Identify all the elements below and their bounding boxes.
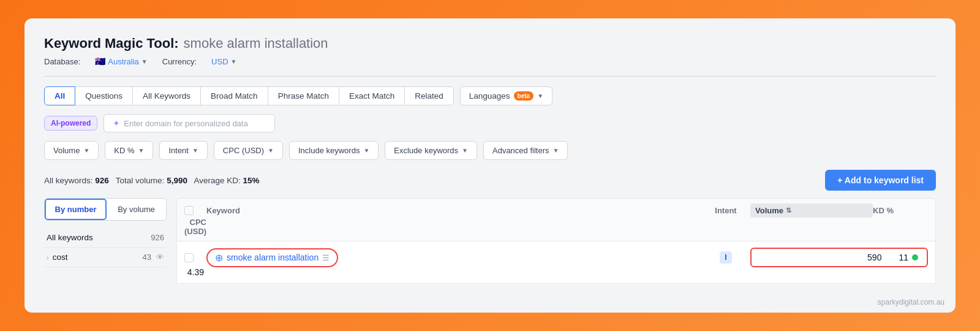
filter-include-label: Include keywords	[298, 146, 360, 155]
col-keyword-header: Keyword	[206, 206, 701, 215]
header-checkbox-cell	[184, 206, 206, 215]
languages-tab[interactable]: Languages beta ▼	[460, 86, 552, 105]
chevron-down-icon: ▼	[141, 58, 148, 65]
meta-row: Database: 🇦🇺 Australia ▼ Currency: USD ▼	[44, 56, 936, 66]
tab-all-keywords[interactable]: All Keywords	[132, 86, 200, 105]
add-btn-label: + Add to keyword list	[837, 175, 924, 185]
keyword-link-wrap: ⊕ smoke alarm installation ☰	[206, 248, 338, 267]
col-cpc-header: CPC (USD)	[184, 218, 206, 236]
chevron-down-icon-5: ▼	[138, 147, 145, 154]
volume-value: 590	[752, 249, 890, 266]
list-icon[interactable]: ☰	[322, 253, 330, 262]
tab-broad-match[interactable]: Broad Match	[200, 86, 268, 105]
volume-header-label: Volume	[755, 206, 783, 215]
filter-exclude-keywords[interactable]: Exclude keywords ▼	[385, 141, 477, 160]
tab-exact-match[interactable]: Exact Match	[339, 86, 404, 105]
filter-volume[interactable]: Volume ▼	[44, 141, 99, 160]
avg-kd-label: Average KD:	[190, 176, 243, 185]
divider	[44, 76, 936, 77]
tab-questions[interactable]: Questions	[75, 86, 132, 105]
expand-icon[interactable]: ›	[47, 254, 49, 261]
filter-cpc-label: CPC (USD)	[223, 146, 264, 155]
filter-intent-label: Intent	[168, 146, 189, 155]
table-area: Keyword Intent Volume ⇅ KD % CPC (USD)	[176, 198, 936, 284]
filters-row: Volume ▼ KD % ▼ Intent ▼ CPC (USD) ▼ Inc…	[44, 141, 936, 160]
filter-include-keywords[interactable]: Include keywords ▼	[289, 141, 379, 160]
currency-value: USD	[211, 57, 228, 66]
col-intent-header: Intent	[701, 206, 750, 215]
filter-volume-label: Volume	[53, 146, 80, 155]
domain-input[interactable]: ✦ Enter domain for personalized data	[104, 114, 275, 132]
page-header: Keyword Magic Tool: smoke alarm installa…	[44, 36, 936, 51]
sort-icon[interactable]: ⇅	[786, 207, 791, 215]
keyword-cell: ⊕ smoke alarm installation ☰	[206, 248, 701, 267]
database-selector[interactable]: 🇦🇺 Australia ▼	[95, 56, 147, 66]
cost-keyword-row[interactable]: › cost 43 👁	[44, 248, 167, 267]
languages-label: Languages	[469, 91, 510, 101]
toggle-by-volume[interactable]: By volume	[107, 199, 166, 220]
row-checkbox-cell	[184, 253, 206, 262]
eye-icon[interactable]: 👁	[156, 253, 164, 262]
content-area: By number By volume All keywords 926 › c…	[44, 198, 936, 284]
chevron-down-icon-2: ▼	[231, 58, 237, 65]
avg-kd-value: 15%	[243, 176, 260, 185]
chevron-down-icon-8: ▼	[363, 147, 369, 154]
intent-cell: I	[701, 251, 750, 264]
tab-related[interactable]: Related	[404, 86, 454, 105]
database-value: Australia	[108, 57, 139, 66]
cpc-cell: 4.39	[184, 267, 206, 277]
flag-icon: 🇦🇺	[95, 56, 105, 66]
total-volume-value: 5,990	[167, 176, 187, 185]
plus-circle-icon[interactable]: ⊕	[215, 252, 223, 264]
add-to-keyword-list-button[interactable]: + Add to keyword list	[825, 170, 936, 191]
ai-powered-badge: AI-powered	[44, 116, 97, 131]
all-keywords-label: All keywords:	[44, 176, 95, 185]
kd-value: 11	[899, 253, 908, 262]
volume-kd-outline-box: 590 11	[750, 248, 928, 267]
domain-placeholder: Enter domain for personalized data	[124, 119, 247, 128]
keyword-link[interactable]: smoke alarm installation	[227, 253, 318, 262]
col-volume-header: Volume ⇅	[750, 204, 873, 218]
filter-kd[interactable]: KD % ▼	[105, 141, 153, 160]
chevron-down-icon-6: ▼	[192, 147, 198, 154]
filter-exclude-label: Exclude keywords	[394, 146, 458, 155]
cost-keyword-count: 43	[143, 253, 151, 262]
beta-badge: beta	[514, 91, 534, 101]
filter-intent[interactable]: Intent ▼	[159, 141, 207, 160]
filter-advanced-label: Advanced filters	[492, 146, 549, 155]
database-label: Database:	[44, 57, 80, 66]
currency-label: Currency:	[162, 57, 197, 66]
filter-advanced[interactable]: Advanced filters ▼	[483, 141, 568, 160]
chevron-down-icon-9: ▼	[462, 147, 468, 154]
all-keywords-count-left: 926	[151, 233, 164, 242]
main-card: Keyword Magic Tool: smoke alarm installa…	[24, 18, 956, 313]
summary-text: All keywords: 926 Total volume: 5,990 Av…	[44, 176, 260, 185]
total-volume-label: Total volume:	[111, 176, 167, 185]
watermark: sparkydigital.com.au	[878, 298, 944, 306]
tab-phrase-match[interactable]: Phrase Match	[268, 86, 339, 105]
header-checkbox[interactable]	[184, 206, 194, 215]
col-kd-header: KD %	[873, 206, 928, 215]
table-header: Keyword Intent Volume ⇅ KD % CPC (USD)	[176, 198, 936, 242]
intent-badge: I	[720, 251, 731, 264]
row-checkbox[interactable]	[184, 253, 194, 262]
summary-row: All keywords: 926 Total volume: 5,990 Av…	[44, 170, 936, 191]
chevron-down-icon-10: ▼	[552, 147, 559, 154]
tool-name: Keyword Magic Tool:	[44, 36, 179, 51]
kd-indicator-dot	[912, 254, 918, 261]
toggle-group: By number By volume	[44, 198, 167, 221]
tab-all[interactable]: All	[44, 86, 75, 105]
sparkle-icon: ✦	[113, 118, 120, 128]
table-row: ⊕ smoke alarm installation ☰ I 590 11	[176, 242, 936, 284]
filter-cpc[interactable]: CPC (USD) ▼	[214, 141, 283, 160]
all-keywords-count: 926	[95, 176, 109, 185]
currency-selector[interactable]: USD ▼	[211, 57, 236, 66]
ai-row: AI-powered ✦ Enter domain for personaliz…	[44, 114, 936, 132]
toggle-by-number[interactable]: By number	[45, 199, 107, 220]
chevron-down-icon-4: ▼	[83, 147, 89, 154]
tabs-row: All Questions All Keywords Broad Match P…	[44, 86, 936, 105]
filter-kd-label: KD %	[114, 146, 134, 155]
search-query: smoke alarm installation	[184, 36, 328, 51]
cost-keyword-name: cost	[53, 253, 68, 262]
all-keywords-name: All keywords	[47, 233, 93, 242]
